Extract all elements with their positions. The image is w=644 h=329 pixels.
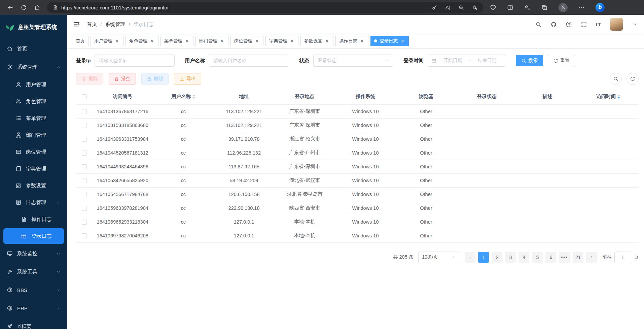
zoom-out-icon[interactable]	[458, 5, 464, 10]
tab-user-management[interactable]: 用户管理×	[91, 36, 123, 46]
browser-back-button[interactable]	[4, 1, 16, 13]
sidebar-item-menu-management[interactable]: 菜单管理	[0, 110, 67, 127]
page-button-last[interactable]: 21	[573, 252, 583, 263]
close-icon[interactable]: ×	[325, 38, 330, 43]
user-avatar[interactable]	[610, 18, 623, 31]
split-screen-icon[interactable]	[507, 4, 513, 11]
sidebar-item-parameter-settings[interactable]: 参数设置	[0, 177, 67, 194]
toggle-search-button[interactable]	[610, 73, 622, 85]
tab-department-management[interactable]: 部门管理×	[195, 36, 228, 46]
more-pages-button[interactable]: •••	[559, 252, 570, 263]
tab-parameter-settings[interactable]: 参数设置×	[300, 36, 333, 46]
row-checkbox[interactable]	[82, 206, 87, 211]
page-button-6[interactable]: 6	[545, 252, 556, 263]
sidebar-item-system-tools[interactable]: 系统工具	[0, 263, 67, 281]
favorites-icon[interactable]	[524, 4, 531, 11]
close-icon[interactable]: ×	[290, 38, 295, 43]
prev-page-button[interactable]	[465, 252, 475, 263]
font-size-icon[interactable]: tT	[596, 22, 601, 27]
unlock-button[interactable]: 解锁	[141, 73, 169, 85]
close-icon[interactable]: ×	[360, 38, 365, 43]
close-icon[interactable]: ×	[185, 38, 190, 43]
address-bar[interactable]: https://ccnetcore.com:1101/system/log/lo…	[47, 2, 483, 13]
page-button-2[interactable]: 2	[492, 252, 502, 263]
sidebar-item-system-management[interactable]: 系统管理	[0, 58, 67, 76]
sidebar-item-erp[interactable]: ERP	[0, 299, 67, 317]
user-name-input[interactable]	[209, 55, 289, 67]
tab-home[interactable]: 首页	[72, 36, 88, 46]
sidebar-item-role-management[interactable]: 角色管理	[0, 93, 67, 110]
reset-button[interactable]: 重置	[548, 55, 575, 66]
sidebar-item-yi-framework[interactable]: Yi框架	[0, 317, 67, 329]
close-icon[interactable]: ×	[220, 38, 225, 43]
sidebar-item-user-management[interactable]: 用户管理	[0, 76, 67, 93]
row-checkbox[interactable]	[82, 151, 87, 156]
row-checkbox[interactable]	[82, 109, 87, 114]
export-button[interactable]: 导出	[174, 73, 201, 85]
page-button-5[interactable]: 5	[532, 252, 543, 263]
row-checkbox[interactable]	[82, 123, 87, 128]
bing-copilot-icon[interactable]: b	[596, 3, 605, 12]
sidebar-item-dictionary-management[interactable]: 字典管理	[0, 160, 67, 177]
sidebar-item-system-monitor[interactable]: 系统监控	[0, 244, 67, 263]
avatar-caret-icon[interactable]	[632, 21, 638, 28]
sidebar-item-home[interactable]: 首页	[0, 40, 67, 58]
close-icon[interactable]: ×	[400, 38, 405, 43]
close-icon[interactable]: ×	[115, 38, 120, 43]
row-checkbox[interactable]	[82, 164, 87, 169]
table-row[interactable]: 1641069798270046208 cc 127.0.0.1 本地-本机 W…	[76, 229, 639, 242]
page-button-1[interactable]: 1	[478, 252, 489, 263]
close-icon[interactable]: ×	[255, 38, 260, 43]
table-row[interactable]: 1641044520567181312 cc 112.96.225.132 广东…	[76, 146, 639, 160]
fullscreen-icon[interactable]	[581, 21, 587, 28]
table-row[interactable]: 1641069652933218304 cc 127.0.0.1 本地-本机 W…	[76, 215, 639, 229]
tab-dictionary-management[interactable]: 字典管理×	[265, 36, 298, 46]
github-icon[interactable]	[550, 21, 557, 28]
sidebar-item-post-management[interactable]: 岗位管理	[0, 143, 67, 160]
tab-role-management[interactable]: 角色管理×	[126, 36, 158, 46]
page-size-select[interactable]: 10条/页	[418, 252, 459, 263]
browser-profile-avatar[interactable]	[559, 3, 568, 12]
table-row[interactable]: 1641054566717984768 cc 120.6.150.158 河北省…	[76, 187, 639, 201]
login-time-range-picker[interactable]: 开始日期 - 结束日期	[428, 55, 505, 67]
breadcrumb-home[interactable]: 首页	[87, 21, 97, 28]
login-ip-input[interactable]	[95, 55, 175, 67]
close-icon[interactable]: ×	[150, 38, 155, 43]
browser-refresh-button[interactable]	[17, 1, 30, 13]
sort-icon[interactable]	[192, 95, 195, 99]
tab-operation-log[interactable]: 操作日志×	[335, 36, 368, 46]
tab-post-management[interactable]: 岗位管理×	[230, 36, 263, 46]
browser-home-button[interactable]	[31, 1, 43, 13]
header-search-icon[interactable]	[535, 21, 542, 28]
add-favorite-icon[interactable]	[472, 5, 478, 10]
status-select[interactable]: 登录状态	[313, 55, 393, 67]
collections-icon[interactable]	[541, 4, 548, 11]
password-key-icon[interactable]	[432, 5, 437, 10]
sidebar-item-login-log[interactable]: 登录日志	[3, 228, 64, 244]
row-checkbox[interactable]	[82, 233, 87, 238]
browser-menu-icon[interactable]	[578, 4, 585, 11]
col-user-name[interactable]: 用户名称	[153, 89, 213, 104]
sidebar-item-operation-log[interactable]: 操作日志	[0, 211, 67, 228]
help-icon[interactable]	[566, 21, 572, 28]
sidebar-collapse-button[interactable]	[73, 21, 80, 28]
sidebar-item-bbs[interactable]: BBS	[0, 281, 67, 299]
refresh-table-button[interactable]	[627, 73, 639, 85]
table-row[interactable]: 1641044993248464896 cc 113.87.92.165 广东省…	[76, 160, 639, 173]
row-checkbox[interactable]	[82, 192, 87, 197]
table-row[interactable]: 1641031533185863680 cc 113.102.129.221 广…	[76, 118, 639, 132]
row-checkbox[interactable]	[82, 220, 87, 225]
page-button-4[interactable]: 4	[518, 252, 529, 263]
app-logo[interactable]: 意框架管理系统	[0, 15, 67, 40]
table-row[interactable]: 1641059633978281984 cc 222.90.130.18 陕西省…	[76, 201, 639, 215]
tab-menu-management[interactable]: 菜单管理×	[160, 36, 193, 46]
row-checkbox[interactable]	[82, 178, 87, 183]
table-row[interactable]: 1641043063331753984 cc 39.171.210.78 浙江省…	[76, 132, 639, 146]
clear-button[interactable]: 清空	[109, 73, 136, 85]
sort-icon[interactable]	[617, 95, 620, 99]
tab-login-log[interactable]: 登录日志×	[370, 36, 409, 46]
goto-page-input[interactable]	[614, 252, 631, 263]
next-page-button[interactable]	[586, 252, 597, 263]
browser-essentials-icon[interactable]	[490, 4, 496, 11]
search-button[interactable]: 搜索	[516, 55, 543, 66]
